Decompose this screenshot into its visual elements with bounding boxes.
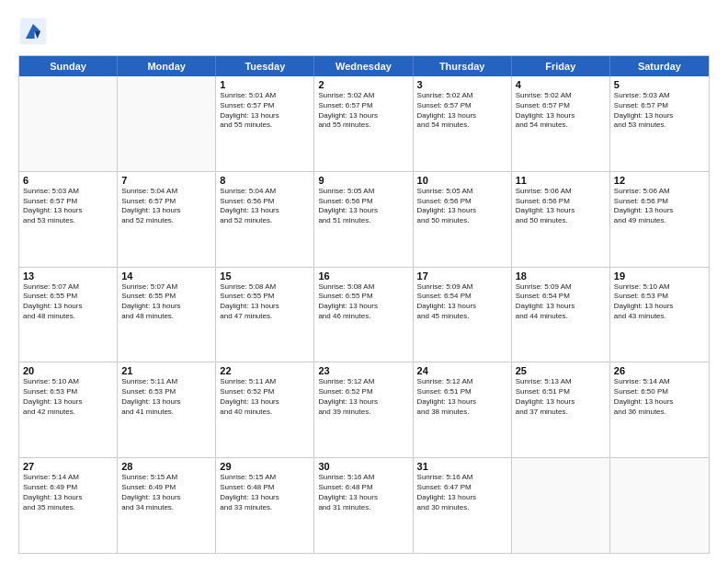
cal-cell: 26Sunrise: 5:14 AMSunset: 6:50 PMDayligh…: [610, 362, 709, 457]
cell-line: and 39 minutes.: [318, 408, 408, 418]
cell-line: Daylight: 13 hours: [614, 206, 705, 216]
header-day-saturday: Saturday: [610, 56, 709, 76]
cell-line: and 54 minutes.: [417, 121, 507, 131]
page: SundayMondayTuesdayWednesdayThursdayFrid…: [0, 0, 728, 563]
cell-line: Sunrise: 5:16 AM: [318, 473, 408, 483]
cell-line: Sunset: 6:55 PM: [220, 292, 310, 302]
cell-line: and 52 minutes.: [121, 216, 211, 226]
day-number: 4: [516, 79, 606, 90]
cell-line: Daylight: 13 hours: [417, 397, 507, 408]
cell-line: Daylight: 13 hours: [220, 397, 310, 408]
day-number: 30: [318, 461, 408, 472]
cell-line: Sunset: 6:49 PM: [121, 483, 211, 493]
cell-line: Sunset: 6:57 PM: [614, 101, 705, 111]
cal-cell: 10Sunrise: 5:05 AMSunset: 6:56 PMDayligh…: [414, 172, 512, 267]
cell-line: Sunrise: 5:08 AM: [220, 282, 310, 293]
cell-line: Sunset: 6:47 PM: [417, 483, 507, 493]
cell-line: and 36 minutes.: [614, 408, 705, 418]
cal-cell: 17Sunrise: 5:09 AMSunset: 6:54 PMDayligh…: [414, 268, 512, 362]
cal-cell: [512, 458, 610, 553]
week-row-2: 6Sunrise: 5:03 AMSunset: 6:57 PMDaylight…: [19, 172, 709, 268]
cal-cell: 12Sunrise: 5:06 AMSunset: 6:56 PMDayligh…: [610, 172, 709, 267]
cell-line: Sunset: 6:55 PM: [318, 292, 408, 302]
cell-line: Daylight: 13 hours: [417, 493, 507, 503]
cell-line: Sunrise: 5:04 AM: [220, 187, 310, 197]
cell-line: Daylight: 13 hours: [417, 111, 507, 121]
day-number: 25: [516, 365, 606, 376]
cell-line: Daylight: 13 hours: [23, 302, 113, 312]
day-number: 18: [516, 270, 606, 282]
cell-line: and 53 minutes.: [614, 121, 705, 131]
cell-line: Sunrise: 5:09 AM: [417, 282, 507, 293]
day-number: 28: [121, 461, 211, 472]
day-number: 2: [318, 79, 408, 90]
cell-line: and 48 minutes.: [23, 312, 113, 322]
cell-line: Sunset: 6:56 PM: [417, 197, 507, 207]
cell-line: Sunrise: 5:07 AM: [23, 282, 113, 293]
cell-line: and 46 minutes.: [318, 312, 408, 322]
cell-line: and 47 minutes.: [220, 312, 310, 322]
cell-line: and 30 minutes.: [417, 503, 507, 513]
cell-line: Daylight: 13 hours: [23, 493, 113, 503]
cell-line: and 55 minutes.: [220, 121, 310, 131]
day-number: 1: [220, 79, 310, 90]
day-number: 13: [23, 270, 113, 282]
cell-line: and 41 minutes.: [121, 408, 211, 418]
cell-line: Daylight: 13 hours: [516, 111, 606, 121]
cell-line: and 44 minutes.: [516, 312, 606, 322]
cell-line: Sunrise: 5:14 AM: [23, 473, 113, 483]
cell-line: Daylight: 13 hours: [23, 397, 113, 408]
cal-cell: 4Sunrise: 5:02 AMSunset: 6:57 PMDaylight…: [512, 76, 610, 171]
cell-line: Sunset: 6:55 PM: [121, 292, 211, 302]
header-day-sunday: Sunday: [19, 56, 118, 76]
cell-line: Sunset: 6:51 PM: [417, 387, 507, 397]
day-number: 23: [318, 365, 408, 376]
week-row-5: 27Sunrise: 5:14 AMSunset: 6:49 PMDayligh…: [19, 458, 709, 553]
cell-line: Sunrise: 5:12 AM: [417, 377, 507, 387]
cal-cell: 28Sunrise: 5:15 AMSunset: 6:49 PMDayligh…: [118, 458, 216, 553]
day-number: 20: [23, 365, 113, 376]
cal-cell: 14Sunrise: 5:07 AMSunset: 6:55 PMDayligh…: [118, 268, 216, 362]
cell-line: Sunset: 6:57 PM: [417, 101, 507, 111]
cell-line: Sunset: 6:57 PM: [121, 197, 211, 207]
header-day-thursday: Thursday: [414, 56, 512, 76]
cal-cell: 20Sunrise: 5:10 AMSunset: 6:53 PMDayligh…: [19, 362, 118, 457]
cell-line: Sunset: 6:55 PM: [23, 292, 113, 302]
day-number: 26: [614, 365, 705, 376]
cell-line: Sunrise: 5:09 AM: [516, 282, 606, 293]
cell-line: Daylight: 13 hours: [121, 493, 211, 503]
cell-line: Sunrise: 5:05 AM: [318, 187, 408, 197]
cell-line: Sunset: 6:56 PM: [516, 197, 606, 207]
cell-line: Sunrise: 5:11 AM: [220, 377, 310, 387]
cell-line: Daylight: 13 hours: [614, 397, 705, 408]
day-number: 22: [220, 365, 310, 376]
cell-line: Sunset: 6:56 PM: [220, 197, 310, 207]
cell-line: and 51 minutes.: [318, 216, 408, 226]
cell-line: Sunrise: 5:03 AM: [23, 187, 113, 197]
cell-line: and 52 minutes.: [220, 216, 310, 226]
cell-line: Sunset: 6:51 PM: [516, 387, 606, 397]
cell-line: Sunrise: 5:10 AM: [23, 377, 113, 387]
day-number: 16: [318, 270, 408, 282]
cell-line: Daylight: 13 hours: [318, 397, 408, 408]
day-number: 6: [23, 175, 113, 186]
cal-cell: 11Sunrise: 5:06 AMSunset: 6:56 PMDayligh…: [512, 172, 610, 267]
cal-cell: 19Sunrise: 5:10 AMSunset: 6:53 PMDayligh…: [610, 268, 709, 362]
cal-cell: 16Sunrise: 5:08 AMSunset: 6:55 PMDayligh…: [314, 268, 413, 362]
cell-line: Daylight: 13 hours: [121, 206, 211, 216]
cell-line: Sunrise: 5:14 AM: [614, 377, 705, 387]
cell-line: Sunrise: 5:07 AM: [121, 282, 211, 293]
cal-cell: 29Sunrise: 5:15 AMSunset: 6:48 PMDayligh…: [216, 458, 314, 553]
header-day-monday: Monday: [118, 56, 216, 76]
cal-cell: 21Sunrise: 5:11 AMSunset: 6:53 PMDayligh…: [118, 362, 216, 457]
cal-cell: 23Sunrise: 5:12 AMSunset: 6:52 PMDayligh…: [314, 362, 413, 457]
cal-cell: 27Sunrise: 5:14 AMSunset: 6:49 PMDayligh…: [19, 458, 118, 553]
day-number: 14: [121, 270, 211, 282]
calendar-body: 1Sunrise: 5:01 AMSunset: 6:57 PMDaylight…: [19, 76, 709, 553]
week-row-3: 13Sunrise: 5:07 AMSunset: 6:55 PMDayligh…: [19, 268, 709, 363]
cell-line: Sunrise: 5:16 AM: [417, 473, 507, 483]
cal-cell: 9Sunrise: 5:05 AMSunset: 6:56 PMDaylight…: [314, 172, 413, 267]
cell-line: Daylight: 13 hours: [417, 302, 507, 312]
cell-line: Sunset: 6:48 PM: [318, 483, 408, 493]
cal-cell: 15Sunrise: 5:08 AMSunset: 6:55 PMDayligh…: [216, 268, 314, 362]
